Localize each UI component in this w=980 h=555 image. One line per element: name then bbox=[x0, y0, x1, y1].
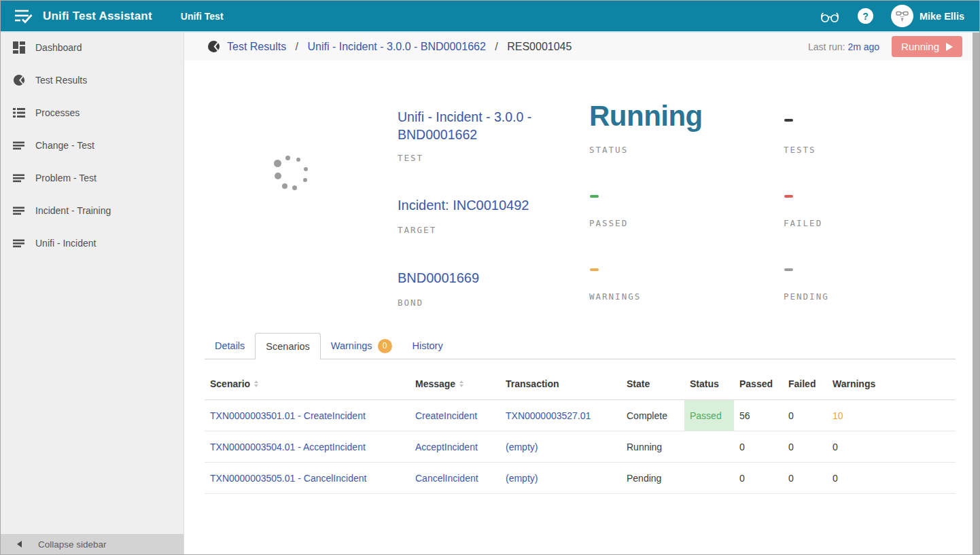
warnings-count-badge: 0 bbox=[378, 339, 392, 353]
column-header-state[interactable]: State bbox=[621, 368, 684, 399]
sidebar-item-processes[interactable]: Processes bbox=[1, 96, 183, 129]
target-label: TARGET bbox=[398, 225, 436, 235]
transaction-link[interactable]: TXN0000003527.01 bbox=[506, 410, 591, 421]
column-label: Scenario bbox=[210, 378, 250, 389]
app-subtitle: Unifi Test bbox=[181, 11, 224, 22]
tab-history[interactable]: History bbox=[402, 333, 453, 359]
app-window: Unifi Test Assistant Unifi Test ? bbox=[0, 0, 980, 555]
status-cell: Passed bbox=[684, 400, 734, 431]
bond-title-link[interactable]: BND0001669 bbox=[398, 269, 479, 287]
avatar-face-icon bbox=[891, 5, 913, 27]
column-label: Message bbox=[415, 378, 455, 389]
message-link[interactable]: AcceptIncident bbox=[415, 442, 478, 452]
app-title: Unifi Test Assistant bbox=[43, 10, 152, 23]
tab-warnings[interactable]: Warnings 0 bbox=[321, 333, 402, 359]
help-icon[interactable]: ? bbox=[858, 8, 873, 24]
menu-check-icon[interactable] bbox=[14, 8, 33, 24]
column-label: Status bbox=[690, 378, 719, 389]
sidebar-item-label: Change - Test bbox=[35, 140, 94, 151]
breadcrumb-separator: / bbox=[495, 41, 497, 52]
transaction-link[interactable]: (empty) bbox=[506, 442, 538, 452]
lines-icon bbox=[12, 139, 26, 152]
column-header-passed[interactable]: Passed bbox=[734, 368, 783, 399]
tab-label: History bbox=[413, 340, 443, 351]
sidebar-item-label: Dashboard bbox=[35, 42, 82, 53]
status-label: STATUS bbox=[589, 145, 628, 155]
help-glyph: ? bbox=[862, 11, 869, 22]
tab-bar: Details Scenarios Warnings 0 History bbox=[205, 333, 956, 359]
scenario-link[interactable]: TXN0000003504.01 - AcceptIncident bbox=[210, 442, 366, 452]
status-value: Running bbox=[589, 100, 703, 132]
breadcrumb-link-test-results[interactable]: Test Results bbox=[227, 41, 286, 52]
scrollbar-thumb[interactable] bbox=[973, 31, 979, 554]
topbar: Unifi Test Assistant Unifi Test ? bbox=[1, 1, 979, 31]
page-header: Test Results / Unifi - Incident - 3.0.0 … bbox=[184, 31, 973, 60]
column-header-transaction[interactable]: Transaction bbox=[500, 368, 621, 399]
passed-value-dash bbox=[590, 195, 599, 198]
transaction-link[interactable]: (empty) bbox=[506, 473, 538, 484]
pie-chart-icon bbox=[12, 73, 26, 87]
sidebar-item-test-results[interactable]: Test Results bbox=[1, 64, 183, 96]
tab-scenarios[interactable]: Scenarios bbox=[255, 333, 320, 359]
tab-label: Details bbox=[215, 340, 245, 351]
warnings-label: WARNINGS bbox=[589, 291, 641, 302]
target-title-link[interactable]: Incident: INC0010492 bbox=[398, 196, 529, 214]
dashboard-icon bbox=[12, 41, 26, 54]
lines-icon bbox=[12, 236, 26, 250]
passed-label: PASSED bbox=[589, 218, 628, 228]
sidebar-item-dashboard[interactable]: Dashboard bbox=[1, 31, 183, 64]
failed-label: FAILED bbox=[784, 218, 822, 228]
state-cell: Pending bbox=[621, 463, 684, 493]
column-header-failed[interactable]: Failed bbox=[783, 368, 827, 399]
test-label: TEST bbox=[398, 153, 423, 163]
user-menu[interactable]: Mike Ellis bbox=[891, 5, 964, 27]
glasses-icon[interactable] bbox=[820, 9, 840, 24]
avatar bbox=[891, 5, 913, 27]
column-header-status[interactable]: Status bbox=[684, 368, 734, 399]
user-name: Mike Ellis bbox=[920, 11, 964, 22]
state-cell: Complete bbox=[621, 400, 684, 431]
tab-label: Warnings bbox=[331, 340, 372, 351]
breadcrumb-link-test[interactable]: Unifi - Incident - 3.0.0 - BND0001662 bbox=[308, 41, 486, 52]
play-icon bbox=[946, 43, 953, 51]
collapse-sidebar-button[interactable]: Collapse sidebar bbox=[1, 534, 183, 554]
sort-icon bbox=[459, 380, 463, 387]
column-header-scenario[interactable]: Scenario bbox=[205, 368, 410, 399]
column-header-message[interactable]: Message bbox=[410, 368, 500, 399]
failed-value-dash bbox=[784, 195, 793, 198]
list-icon bbox=[12, 106, 26, 120]
sidebar-item-problem-test[interactable]: Problem - Test bbox=[1, 162, 183, 194]
passed-cell: 56 bbox=[734, 400, 783, 431]
scenario-link[interactable]: TXN0000003505.01 - CancelIncident bbox=[210, 473, 366, 484]
tab-details[interactable]: Details bbox=[205, 333, 255, 359]
main-panel: Unifi - Incident - 3.0.0 - BND0001662 TE… bbox=[184, 60, 973, 554]
passed-cell: 0 bbox=[734, 463, 783, 493]
pie-chart-icon bbox=[207, 39, 221, 54]
sidebar-item-incident-training[interactable]: Incident - Training bbox=[1, 194, 183, 227]
sidebar-item-change-test[interactable]: Change - Test bbox=[1, 129, 183, 162]
test-title-link[interactable]: Unifi - Incident - 3.0.0 - BND0001662 bbox=[398, 108, 547, 143]
vertical-scrollbar[interactable] bbox=[973, 31, 979, 554]
column-label: State bbox=[627, 378, 650, 389]
run-status-button[interactable]: Running bbox=[892, 36, 962, 57]
sidebar-item-unifi-incident[interactable]: Unifi - Incident bbox=[1, 227, 183, 259]
message-link[interactable]: CreateIncident bbox=[415, 410, 477, 421]
last-run: Last run: 2m ago bbox=[808, 41, 879, 52]
failed-cell: 0 bbox=[783, 431, 827, 462]
failed-cell: 0 bbox=[783, 400, 827, 431]
loading-spinner bbox=[262, 143, 323, 204]
table-row: TXN0000003501.01 - CreateIncident Create… bbox=[205, 400, 956, 431]
table-row: TXN0000003504.01 - AcceptIncident Accept… bbox=[205, 431, 956, 463]
column-header-warnings[interactable]: Warnings bbox=[827, 368, 956, 399]
sidebar-item-label: Processes bbox=[35, 107, 80, 118]
status-cell bbox=[684, 463, 734, 493]
tests-value-dash bbox=[784, 119, 793, 122]
scenario-link[interactable]: TXN0000003501.01 - CreateIncident bbox=[210, 410, 366, 421]
breadcrumb-separator: / bbox=[296, 41, 298, 52]
table-row: TXN0000003505.01 - CancelIncident Cancel… bbox=[205, 463, 956, 494]
collapse-sidebar-label: Collapse sidebar bbox=[38, 539, 107, 550]
message-link[interactable]: CancelIncident bbox=[415, 473, 478, 484]
bond-label: BOND bbox=[398, 298, 423, 308]
status-cell bbox=[684, 431, 734, 462]
pending-value-dash bbox=[784, 268, 793, 271]
